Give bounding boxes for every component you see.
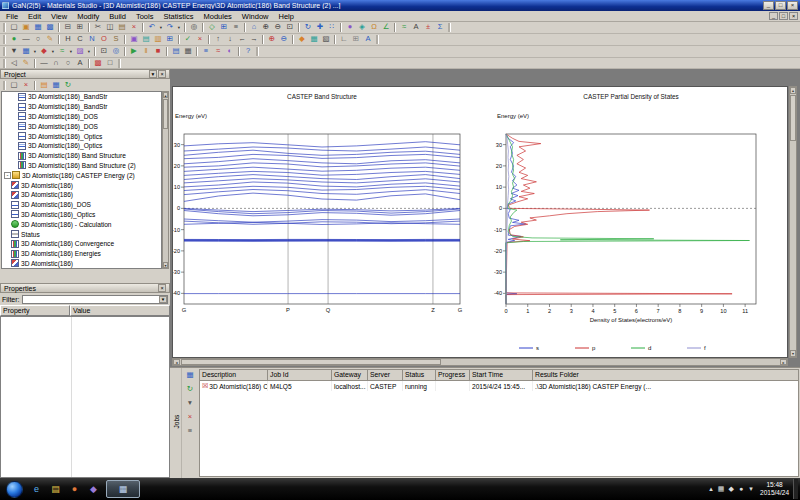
scroll-thumb[interactable]	[181, 359, 441, 365]
jobs-table-row[interactable]: ☒3D Atomistic(186) CAST...M4LQ5localhost…	[200, 381, 798, 391]
tree-item[interactable]: Status	[2, 229, 161, 239]
select-mode-button[interactable]: ∷	[326, 22, 338, 33]
properties-close-button[interactable]: ×	[158, 284, 166, 292]
forcite-button[interactable]: ≈	[56, 46, 68, 57]
tree-item[interactable]: 3D Atomistic(186)_BandStr	[2, 92, 161, 102]
maximize-button[interactable]: □	[775, 1, 786, 10]
child-restore-button[interactable]: □	[779, 12, 788, 20]
build-surface-button[interactable]: ▤	[140, 34, 152, 45]
undo-button[interactable]: ↶	[146, 22, 158, 33]
tree-item[interactable]: 3D Atomistic(186)_BandStr	[2, 102, 161, 112]
charge-minus-button[interactable]: ⊖	[278, 34, 290, 45]
modules-button[interactable]: ▼	[8, 46, 20, 57]
pause-button[interactable]: ‖	[140, 46, 152, 57]
zoom-out-button[interactable]: ⊖	[272, 22, 284, 33]
volume[interactable]: ●	[736, 482, 746, 496]
tree-expander[interactable]: -	[4, 172, 11, 179]
new-item-button[interactable]: ▢	[8, 80, 20, 91]
refresh-jobs-button[interactable]: ↻	[184, 384, 196, 395]
menu-help[interactable]: Help	[274, 12, 299, 21]
element-n-button[interactable]: N	[86, 34, 98, 45]
element-h-button[interactable]: H	[62, 34, 74, 45]
property-column-header[interactable]: Property	[0, 305, 70, 316]
scroll-right-arrow[interactable]: ▸	[780, 359, 787, 365]
move-right-button[interactable]: →	[248, 34, 260, 45]
clean-button[interactable]: ✓	[182, 34, 194, 45]
supercell-button[interactable]: ⊞	[164, 34, 176, 45]
element-c-button[interactable]: C	[74, 34, 86, 45]
tree-item[interactable]: 3D Atomistic(186) Convergence	[2, 239, 161, 249]
canvas-horizontal-scrollbar[interactable]: ◂ ▸	[172, 358, 788, 366]
jobs-col-server[interactable]: Server	[368, 370, 403, 381]
build-crystal-button[interactable]: ▣	[128, 34, 140, 45]
save-project-button[interactable]: ▦	[50, 80, 62, 91]
jobs-col-progress[interactable]: Progress	[436, 370, 470, 381]
canvas-vertical-scrollbar[interactable]: ▴ ▾	[789, 86, 797, 358]
sum-button[interactable]: Σ	[434, 22, 446, 33]
jobs-col-job-id[interactable]: Job Id	[268, 370, 332, 381]
delete-item-button[interactable]: ×	[20, 80, 32, 91]
home-view-button[interactable]: ⌂	[248, 22, 260, 33]
tree-item[interactable]: 3D Atomistic(186) Band Structure	[2, 151, 161, 161]
charge-plus-button[interactable]: ⊕	[266, 34, 278, 45]
scroll-left-arrow[interactable]: ◂	[173, 359, 180, 365]
tree-scrollbar[interactable]: ▴ ▾	[162, 91, 169, 269]
jobs-col-start-time[interactable]: Start Time	[470, 370, 533, 381]
jobs-col-results-folder[interactable]: Results Folder	[533, 370, 799, 381]
help-button[interactable]: ?	[242, 46, 254, 57]
refresh-button[interactable]: ↻	[62, 80, 74, 91]
close-button[interactable]: ×	[787, 1, 798, 10]
menu-modules[interactable]: Modules	[198, 12, 236, 21]
paste-button[interactable]: ▤	[116, 22, 128, 33]
menu-view[interactable]: View	[46, 12, 72, 21]
castep-button[interactable]: ▦	[20, 46, 32, 57]
jobs-col-gateway[interactable]: Gateway	[332, 370, 368, 381]
hidden-icons-chevron[interactable]: ▴	[706, 482, 716, 496]
action-center[interactable]: ▦	[716, 482, 726, 496]
jobs-col-description[interactable]: Description	[200, 370, 268, 381]
move-down-button[interactable]: ↓	[224, 34, 236, 45]
save-all-button[interactable]: ▩	[44, 22, 56, 33]
menu-window[interactable]: Window	[237, 12, 274, 21]
scroll-thumb[interactable]	[790, 95, 796, 141]
server-gateway-button[interactable]: ▦	[184, 370, 196, 381]
start-button[interactable]	[6, 481, 23, 498]
scroll-down-arrow[interactable]: ▾	[790, 350, 796, 357]
grid-button[interactable]: ⊞	[350, 34, 362, 45]
new-table-button[interactable]: ⊞	[218, 22, 230, 33]
jobs-col-status[interactable]: Status	[403, 370, 436, 381]
arc-button[interactable]: ∩	[50, 58, 62, 69]
filter-jobs-button[interactable]: ▾	[184, 398, 196, 409]
stop-button[interactable]: ■	[152, 46, 164, 57]
network[interactable]: ◆	[726, 482, 736, 496]
select-button[interactable]: ◁	[8, 58, 20, 69]
job-properties-button[interactable]: ≡	[184, 426, 196, 437]
child-minimize-button[interactable]: _	[769, 12, 778, 20]
symmetry-button[interactable]: Ω	[368, 22, 380, 33]
input-indicator[interactable]: ▾	[746, 482, 756, 496]
sketch-button[interactable]: ✎	[20, 58, 32, 69]
filter-dropdown[interactable]: ▼	[22, 295, 169, 304]
measure-button[interactable]: ∠	[380, 22, 392, 33]
delete-button[interactable]: ×	[128, 22, 140, 33]
scroll-thumb[interactable]	[163, 99, 168, 129]
copy-button[interactable]: ◫	[104, 22, 116, 33]
polyhedra-button[interactable]: ◈	[356, 22, 368, 33]
library-button[interactable]: ▦	[308, 34, 320, 45]
tree-item[interactable]: -3D Atomistic(186) CASTEP Energy (2)	[2, 170, 161, 180]
open-button[interactable]: ▣	[20, 22, 32, 33]
circle-button[interactable]: ○	[62, 58, 74, 69]
axes-button[interactable]: ∟	[338, 34, 350, 45]
dmol3-button[interactable]: ◆	[38, 46, 50, 57]
build-layer-button[interactable]: ▥	[152, 34, 164, 45]
fill-color-button[interactable]: ▩	[92, 58, 104, 69]
move-up-button[interactable]: ↑	[212, 34, 224, 45]
rotate-mode-button[interactable]: ↻	[302, 22, 314, 33]
fit-view-button[interactable]: ⊡	[284, 22, 296, 33]
translate-mode-button[interactable]: ✚	[314, 22, 326, 33]
chart-view-button[interactable]: ≈	[398, 22, 410, 33]
labels-button[interactable]: A	[362, 34, 374, 45]
fragment-button[interactable]: ◆	[296, 34, 308, 45]
band-structure-button[interactable]: ≡	[200, 46, 212, 57]
sketch-ring-button[interactable]: ○	[32, 34, 44, 45]
